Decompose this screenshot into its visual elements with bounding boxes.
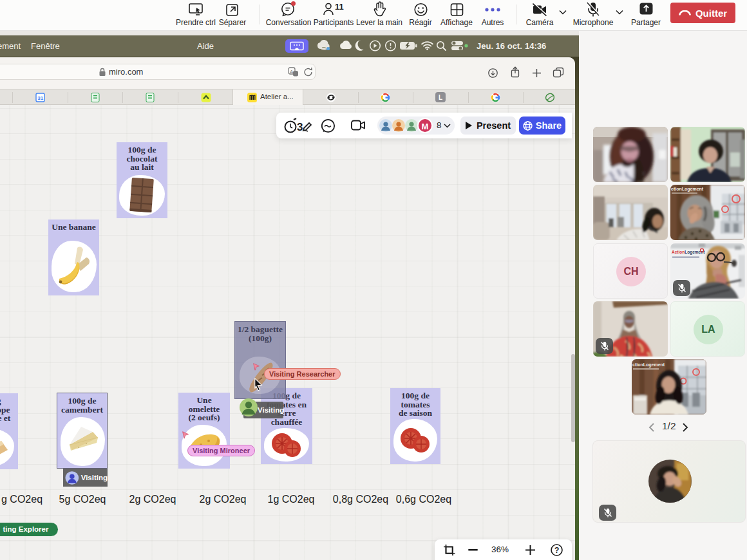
svg-text:ctionLogement: ctionLogement bbox=[671, 187, 704, 192]
svg-text:ctionLogement: ctionLogement bbox=[632, 362, 665, 368]
svg-text:31: 31 bbox=[37, 95, 43, 101]
svg-text:L: L bbox=[439, 94, 442, 101]
svg-text:11: 11 bbox=[335, 2, 344, 12]
svg-text:?: ? bbox=[554, 546, 559, 555]
svg-text:3: 3 bbox=[297, 121, 303, 133]
